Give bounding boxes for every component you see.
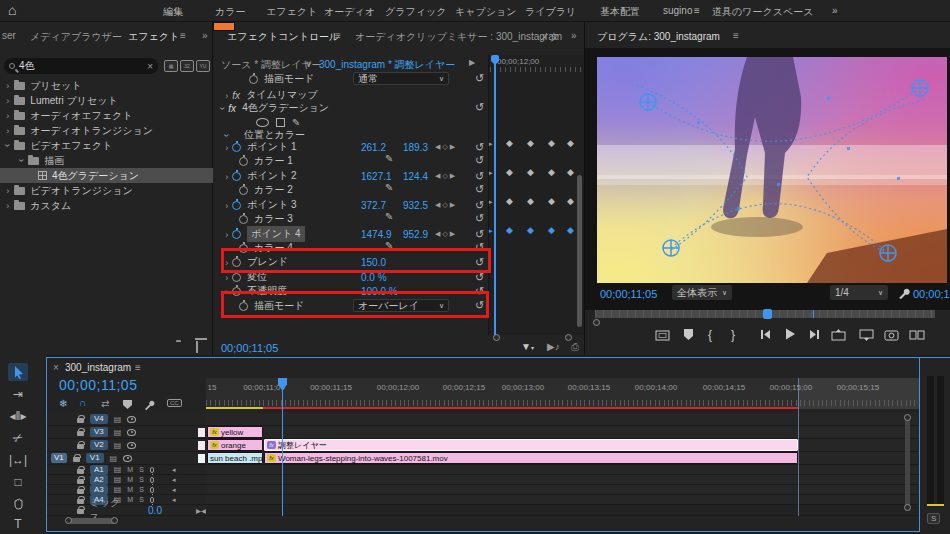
source-patch-icon[interactable]: ▤ [114,475,122,484]
linked-selection-icon[interactable]: ⇄ [101,398,109,409]
track-badge[interactable]: V1 [86,453,104,463]
track-badge[interactable]: V3 [90,427,108,437]
panel-menu-icon[interactable]: ≡ [180,30,186,41]
workspace-basic-layout[interactable]: 基本配置 [600,5,640,19]
tab-audio-clip-mixer[interactable]: オーディオクリップミキサー : 300_instagram [355,30,562,44]
param-value[interactable]: 952.9 [403,229,428,240]
workspace-graphics[interactable]: グラフィック [385,5,446,19]
safe-margins-icon[interactable] [655,328,670,342]
keyframe-icon[interactable]: ◆ [548,167,555,177]
stopwatch-icon[interactable] [232,273,241,282]
keyframe-nav-icons[interactable]: ◀◇▶ [435,172,457,180]
track-content-a1[interactable] [206,465,919,475]
tree-item-4color-gradient[interactable]: 4色グラデーション [0,168,213,183]
reset-icon[interactable]: ↺ [475,101,484,114]
voiceover-mic-icon[interactable] [150,477,154,483]
zoom-handle[interactable] [565,334,572,341]
track-visibility-eye-icon[interactable] [123,455,132,462]
keyframe-icon[interactable]: ◆ [567,138,574,148]
rect-mask-icon[interactable] [276,118,285,127]
nest-source-icon[interactable]: ❄ [59,398,67,409]
stopwatch-icon[interactable] [232,201,241,210]
bit-depth-badge-icon[interactable]: 32 [180,60,194,72]
param-value[interactable]: 1627.1 [361,171,392,182]
keyframe-nav-icons[interactable]: ◀◇▶ [435,230,457,238]
eyedropper-icon[interactable]: ✎ [385,153,393,164]
mute-button[interactable]: M [127,466,133,473]
video-preview[interactable] [597,57,947,283]
ec-playhead[interactable] [494,56,496,335]
program-timecode[interactable]: 00;00;11;05 [600,288,657,300]
timeline-ruler[interactable]: 15 00;00;11;00 00;00;11;15 00;00;12;00 0… [206,378,919,409]
eyedropper-icon[interactable]: ✎ [385,211,393,222]
panel-menu-icon[interactable]: ≡ [733,30,739,41]
voiceover-mic-icon[interactable] [150,467,154,473]
zoom-handle[interactable] [493,334,500,341]
delete-icon[interactable] [196,341,198,352]
clip-edge-fragment[interactable] [198,454,205,463]
panel-menu-icon[interactable]: ≡ [135,362,141,373]
tree-item-video-effects[interactable]: ›ビデオエフェクト [0,138,213,153]
extract-icon[interactable] [859,328,874,342]
lock-icon[interactable] [77,509,84,514]
scrollbar-handle[interactable] [111,517,118,524]
tree-item-audio-effects[interactable]: ›オーディオエフェクト [0,108,213,123]
lock-icon[interactable] [77,444,84,449]
keyframe-icon[interactable]: ◆ [548,225,555,235]
track-content-v3[interactable]: fxyellow [206,426,919,439]
close-tab-icon[interactable]: × [53,362,59,373]
add-marker-icon[interactable] [123,400,132,409]
workspace-effects[interactable]: エフェクト [266,5,317,19]
pen-mask-icon[interactable]: ✎ [292,117,300,128]
source-patch-icon[interactable]: ▤ [114,465,122,474]
keyframe-nav-icons[interactable]: ◀◇▶ [435,201,457,209]
keyframe-prev-icon[interactable]: ▸ [489,169,493,177]
keyframe-icon[interactable]: ◆ [567,225,574,235]
lock-icon[interactable] [77,499,84,504]
reset-icon[interactable]: ↺ [475,228,484,241]
reset-icon[interactable]: ↺ [475,154,484,167]
ec-current-timecode[interactable]: 00;00;11;05 [221,342,278,354]
ripple-edit-tool[interactable]: ◂‖▸ [8,407,28,425]
horizontal-scrollbar[interactable] [69,518,115,524]
keyframe-icon[interactable]: ◆ [548,138,555,148]
stopwatch-icon[interactable] [232,143,241,152]
effect-4color-gradient[interactable]: 4色グラデーション [242,101,329,115]
workspace-sugino-active[interactable]: sugino [663,5,692,16]
workspace-captions[interactable]: キャプション [455,5,516,19]
reset-icon[interactable]: ↺ [475,170,484,183]
tab-effect-controls[interactable]: エフェクトコントロール [227,30,339,44]
lock-icon[interactable] [77,489,84,494]
tab-overflow-icon[interactable]: » [202,30,208,41]
keyframe-prev-icon[interactable]: ▸ [489,227,493,235]
workspace-tools[interactable]: 道具のワークスペース [712,5,813,19]
keyframe-icon[interactable]: ◆ [527,167,534,177]
master-blend-mode-dropdown[interactable]: 通常∨ [353,72,449,85]
clip-yellow[interactable]: fxyellow [207,426,263,438]
workspace-audio[interactable]: オーディオ [324,5,375,19]
tree-item-video-transitions[interactable]: ›ビデオトランジション [0,183,213,198]
program-scrubber[interactable] [595,310,935,318]
scrub-zoom-handle[interactable] [593,319,600,326]
param-value[interactable]: 124.4 [403,171,428,182]
speaker-icon[interactable]: ◂ [172,496,176,504]
reset-icon[interactable]: ↺ [475,72,484,85]
scrollbar-handle[interactable] [904,414,911,421]
vertical-scrollbar[interactable] [577,175,582,327]
home-icon[interactable]: ⌂ [8,2,16,18]
solo-button[interactable]: S [139,486,144,493]
tab-effects[interactable]: エフェクト [128,30,179,44]
track-visibility-eye-icon[interactable] [127,416,136,423]
settings-wrench-icon[interactable] [897,287,910,300]
panel-menu-icon[interactable]: ≡ [335,30,341,41]
keyframe-icon[interactable]: ◆ [527,138,534,148]
lock-icon[interactable] [77,431,84,436]
mute-button[interactable]: M [127,496,133,503]
keyframe-icon[interactable]: ◆ [567,196,574,206]
solo-button[interactable]: S [139,466,144,473]
export-frame-camera-icon[interactable] [884,328,899,341]
pen-rectangle-tool[interactable]: □ [8,473,28,491]
play-icon[interactable] [783,327,797,341]
lock-icon[interactable] [77,418,84,423]
source-patch-icon[interactable]: ▤ [114,428,122,437]
